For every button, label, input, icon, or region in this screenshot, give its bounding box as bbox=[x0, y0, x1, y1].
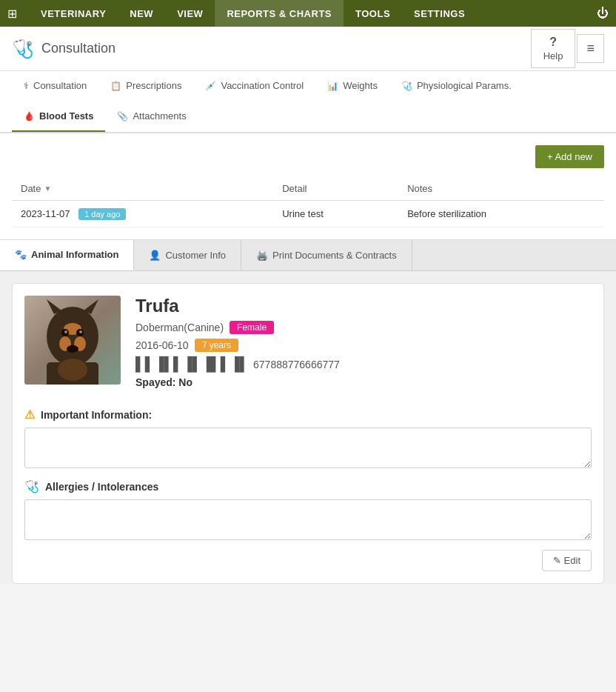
spayed-value: No bbox=[178, 376, 192, 388]
cell-detail: Urine test bbox=[273, 201, 398, 227]
svg-point-10 bbox=[79, 330, 82, 333]
tab-print-documents[interactable]: 🖨️ Print Documents & Contracts bbox=[241, 240, 412, 270]
header-actions: ? Help ≡ bbox=[531, 29, 604, 68]
vaccination-tab-icon: 💉 bbox=[205, 81, 216, 91]
date-badge: 1 day ago bbox=[78, 208, 126, 220]
medical-kit-icon: 🩺 bbox=[24, 479, 39, 493]
header-title-area: 🩺 Consultation bbox=[12, 39, 116, 59]
top-navigation: ⊞ VETERINARY NEW VIEW REPORTS & CHARTS T… bbox=[0, 0, 616, 27]
age-badge: 7 years bbox=[195, 339, 238, 352]
tab-animal-information[interactable]: 🐾 Animal Information bbox=[0, 240, 134, 270]
help-icon: ? bbox=[549, 36, 557, 49]
important-info-label: Important Information: bbox=[41, 409, 152, 421]
animal-photo bbox=[24, 296, 121, 385]
nav-item-reports[interactable]: REPORTS & CHARTS bbox=[215, 0, 344, 27]
tab-prescriptions-label: Prescriptions bbox=[126, 80, 181, 91]
spayed-label: Spayed: bbox=[135, 376, 175, 388]
allergies-title: 🩺 Allergies / Intolerances bbox=[24, 479, 592, 493]
cell-date: 2023-11-07 1 day ago bbox=[12, 201, 273, 227]
date-value: 2023-11-07 bbox=[21, 208, 70, 219]
table-row: 2023-11-07 1 day ago Urine test Before s… bbox=[12, 201, 604, 227]
animal-top-section: Trufa Doberman(Canine) Female 2016-06-10… bbox=[24, 296, 592, 393]
svg-point-13 bbox=[58, 359, 87, 381]
blood-tab-icon: 🩸 bbox=[24, 111, 35, 122]
table-toolbar: + Add new bbox=[12, 145, 604, 168]
dog-photo-svg bbox=[24, 296, 121, 385]
breed-text: Doberman(Canine) bbox=[135, 322, 224, 333]
tab-attachments[interactable]: 📎 Attachments bbox=[105, 102, 198, 132]
col-notes: Notes bbox=[398, 177, 604, 201]
tab-blood-tests-label: Blood Tests bbox=[39, 110, 93, 122]
add-new-button[interactable]: + Add new bbox=[535, 145, 604, 168]
cell-notes: Before sterilization bbox=[398, 201, 604, 227]
help-button[interactable]: ? Help bbox=[531, 29, 576, 68]
svg-point-11 bbox=[67, 345, 78, 353]
important-info-section: ⚠ Important Information: bbox=[24, 407, 592, 470]
bottom-section: 🐾 Animal Information 👤 Customer Info 🖨️ … bbox=[0, 239, 616, 584]
menu-button[interactable]: ≡ bbox=[577, 34, 604, 63]
animal-name: Trufa bbox=[135, 296, 592, 316]
tab-vaccination[interactable]: 💉 Vaccination Control bbox=[193, 71, 315, 102]
animal-info-tab-icon: 🐾 bbox=[15, 249, 27, 260]
grid-icon[interactable]: ⊞ bbox=[7, 7, 17, 21]
col-detail: Detail bbox=[273, 177, 398, 201]
tabs-bar: ⚕ Consultation 📋 Prescriptions 💉 Vaccina… bbox=[0, 71, 616, 133]
nav-item-view[interactable]: VIEW bbox=[165, 0, 215, 27]
tab-physiological-label: Physiological Params. bbox=[417, 80, 512, 91]
consultation-tab-icon: ⚕ bbox=[24, 81, 29, 91]
tab-blood-tests[interactable]: 🩸 Blood Tests bbox=[12, 102, 105, 132]
dob-text: 2016-06-10 bbox=[135, 339, 189, 351]
barcode-value: 677888776666777 bbox=[253, 359, 340, 370]
tab-attachments-label: Attachments bbox=[133, 110, 186, 122]
tab-consultation[interactable]: ⚕ Consultation bbox=[12, 71, 98, 102]
edit-button[interactable]: ✎ Edit bbox=[542, 550, 592, 571]
nav-item-new[interactable]: NEW bbox=[118, 0, 165, 27]
tab-physiological[interactable]: 🩺 Physiological Params. bbox=[389, 71, 523, 102]
stethoscope-icon: 🩺 bbox=[12, 39, 34, 59]
svg-point-9 bbox=[64, 330, 67, 333]
tab-vaccination-label: Vaccination Control bbox=[221, 80, 304, 91]
col-date[interactable]: Date ▼ bbox=[12, 177, 273, 201]
prescriptions-tab-icon: 📋 bbox=[110, 81, 121, 91]
animal-info-panel: Trufa Doberman(Canine) Female 2016-06-10… bbox=[12, 283, 604, 584]
animal-dob: 2016-06-10 7 years bbox=[135, 339, 592, 352]
nav-items: VETERINARY NEW VIEW REPORTS & CHARTS TOO… bbox=[29, 0, 597, 27]
help-label: Help bbox=[543, 50, 563, 61]
nav-item-settings[interactable]: SETTINGS bbox=[402, 0, 477, 27]
page-header: 🩺 Consultation ? Help ≡ bbox=[0, 27, 616, 71]
gender-badge: Female bbox=[230, 321, 274, 334]
physio-tab-icon: 🩺 bbox=[401, 81, 412, 91]
important-info-textarea[interactable] bbox=[24, 427, 592, 468]
sort-arrow-icon: ▼ bbox=[44, 184, 51, 193]
animal-breed: Doberman(Canine) Female bbox=[135, 321, 592, 334]
allergies-label: Allergies / Intolerances bbox=[45, 481, 158, 493]
page-title: Consultation bbox=[41, 41, 116, 56]
nav-item-veterinary[interactable]: VETERINARY bbox=[29, 0, 118, 27]
main-content: + Add new Date ▼ Detail Notes 2023-11-07… bbox=[0, 133, 616, 239]
animal-details: Trufa Doberman(Canine) Female 2016-06-10… bbox=[135, 296, 592, 393]
tab-print-label: Print Documents & Contracts bbox=[272, 250, 397, 261]
svg-point-1 bbox=[47, 307, 98, 366]
weights-tab-icon: 📊 bbox=[327, 81, 338, 91]
animal-barcode: ▌▌▐▌▌▐▌▐▌▌▐▌ 677888776666777 bbox=[135, 356, 592, 372]
customer-info-tab-icon: 👤 bbox=[149, 250, 161, 261]
tab-customer-info-label: Customer Info bbox=[165, 250, 226, 261]
allergies-section: 🩺 Allergies / Intolerances bbox=[24, 479, 592, 542]
tab-weights[interactable]: 📊 Weights bbox=[315, 71, 389, 102]
print-tab-icon: 🖨️ bbox=[256, 250, 268, 261]
blood-tests-table: Date ▼ Detail Notes 2023-11-07 1 day ago… bbox=[12, 177, 604, 227]
tab-consultation-label: Consultation bbox=[33, 80, 87, 91]
power-icon[interactable]: ⏻ bbox=[597, 7, 609, 20]
barcode-icon: ▌▌▐▌▌▐▌▐▌▌▐▌ bbox=[135, 356, 249, 372]
nav-item-tools[interactable]: TOOLS bbox=[344, 0, 402, 27]
allergies-textarea[interactable] bbox=[24, 499, 592, 540]
bottom-tabs-bar: 🐾 Animal Information 👤 Customer Info 🖨️ … bbox=[0, 240, 616, 271]
tab-weights-label: Weights bbox=[343, 80, 378, 91]
important-info-title: ⚠ Important Information: bbox=[24, 407, 592, 422]
tab-prescriptions[interactable]: 📋 Prescriptions bbox=[98, 71, 193, 102]
warning-icon: ⚠ bbox=[24, 407, 35, 422]
attachments-tab-icon: 📎 bbox=[117, 111, 128, 122]
tab-customer-info[interactable]: 👤 Customer Info bbox=[134, 240, 241, 270]
animal-spayed: Spayed: No bbox=[135, 376, 592, 388]
tab-animal-info-label: Animal Information bbox=[31, 249, 118, 260]
